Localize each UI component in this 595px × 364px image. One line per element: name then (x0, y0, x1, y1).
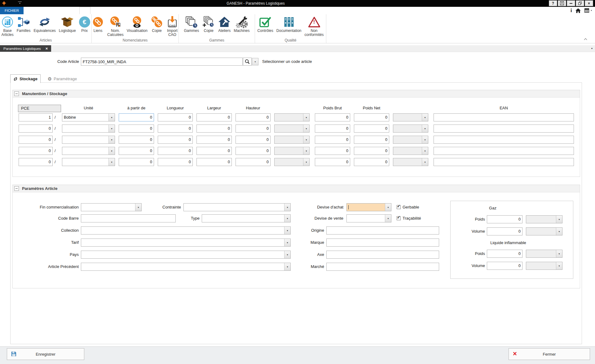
help-button[interactable]: ? (549, 0, 557, 6)
dimension-unit-input[interactable] (275, 158, 303, 166)
weight-unit-combo[interactable]: ▾ (393, 147, 428, 155)
dropdown-arrow-icon[interactable]: ▾ (556, 262, 562, 270)
tracabilite-checkbox[interactable]: ✓ (397, 216, 401, 220)
ean-input[interactable] (434, 158, 574, 166)
weight-unit-combo[interactable]: ▾ (393, 158, 428, 166)
article-precedent-input[interactable] (81, 263, 284, 270)
a-partir-de-input[interactable] (119, 147, 154, 155)
ribbon-gammes-button[interactable]: Gammes (182, 15, 201, 33)
fin-commercialisation-input[interactable] (81, 204, 135, 211)
tarif-combo[interactable]: ▾ (81, 239, 291, 247)
largeur-input[interactable] (196, 147, 232, 155)
dropdown-arrow-icon[interactable]: ▾ (108, 136, 115, 143)
minimize-button[interactable] (567, 0, 575, 6)
search-options-dropdown[interactable]: ▾ (252, 58, 258, 65)
pays-combo[interactable]: ▾ (81, 251, 291, 259)
largeur-input[interactable] (196, 113, 232, 121)
dropdown-arrow-icon[interactable]: ▾ (556, 250, 562, 257)
poids-brut-input[interactable] (315, 147, 350, 155)
largeur-input[interactable] (196, 158, 232, 166)
ribbon-equivalences-button[interactable]: Equivalences (32, 15, 57, 33)
quick-access-dropdown-icon[interactable]: ▾ (18, 2, 22, 4)
devise-achat-input[interactable] (349, 204, 385, 211)
ribbon-copie-nomenclature-button[interactable]: Copie (149, 15, 165, 33)
menu-tab[interactable] (57, 7, 68, 14)
dropdown-arrow-icon[interactable]: ▾ (385, 204, 391, 211)
weight-unit-input[interactable] (393, 136, 422, 143)
save-button[interactable]: Enregistrer (7, 348, 84, 360)
hauteur-input[interactable] (236, 113, 271, 121)
dropdown-arrow-icon[interactable]: ▾ (303, 158, 309, 166)
ribbon-logistique-button[interactable]: Logistique (57, 15, 77, 33)
longueur-input[interactable] (158, 136, 193, 144)
dimension-unit-input[interactable] (275, 114, 303, 121)
a-partir-de-input[interactable] (119, 158, 154, 166)
menu-tab[interactable] (24, 7, 35, 14)
tab-stockage[interactable]: Stockage (10, 74, 41, 83)
tab-parametrage[interactable]: ⚙ Paramétrage (41, 74, 84, 83)
devise-vente-input[interactable] (347, 215, 385, 222)
liquide-poids-input[interactable] (487, 250, 522, 258)
ribbon-documentation-button[interactable]: Documentation (275, 15, 303, 33)
article-precedent-combo[interactable]: ▾ (81, 263, 291, 271)
dropdown-arrow-icon[interactable]: ▾ (422, 147, 428, 155)
dropdown-arrow-icon[interactable]: ▾ (108, 158, 115, 166)
unit-combo[interactable]: ▾ (62, 125, 115, 133)
weight-unit-combo[interactable]: ▾ (393, 136, 428, 144)
devise-achat-combo[interactable]: ▾ (346, 203, 391, 211)
dropdown-arrow-icon[interactable]: ▾ (108, 114, 115, 121)
pce-input[interactable] (19, 113, 53, 121)
pays-input[interactable] (81, 251, 284, 258)
ribbon-import-cao-button[interactable]: CAO Import CAO (165, 15, 180, 37)
home-icon[interactable] (575, 8, 581, 13)
close-form-button[interactable]: × Fermer (509, 348, 590, 360)
unit-combo-input[interactable] (62, 158, 108, 166)
weight-unit-combo[interactable]: ▾ (393, 113, 428, 121)
ean-input[interactable] (434, 113, 574, 121)
pce-input[interactable] (19, 125, 53, 133)
unit-combo[interactable]: ▾ (62, 147, 115, 155)
menu-tab[interactable] (113, 7, 124, 14)
dimension-unit-input[interactable] (275, 147, 303, 155)
pce-input[interactable] (19, 147, 53, 155)
tab-close-icon[interactable]: × (46, 46, 48, 50)
weight-unit-input[interactable] (393, 147, 422, 155)
a-partir-de-input[interactable] (119, 113, 154, 121)
dropdown-arrow-icon[interactable]: ▾ (422, 158, 428, 166)
poids-brut-input[interactable] (315, 113, 350, 121)
marche-input[interactable] (326, 263, 439, 271)
tab-list-dropdown-icon[interactable]: ▾ (591, 47, 593, 50)
pin-button[interactable] (558, 0, 566, 6)
hauteur-input[interactable] (236, 136, 271, 144)
gaz-poids-unit-combo[interactable]: ▾ (526, 215, 562, 223)
contrainte-input[interactable] (184, 204, 284, 211)
weight-unit-combo[interactable]: ▾ (393, 125, 428, 133)
unit-combo-input[interactable] (62, 136, 108, 143)
dimension-unit-combo[interactable]: ▾ (274, 113, 310, 121)
menu-tab-fichier[interactable]: FICHIER (0, 7, 24, 14)
poids-brut-input[interactable] (315, 158, 350, 166)
dropdown-arrow-icon[interactable]: ▾ (108, 147, 115, 155)
menu-tab[interactable] (124, 7, 135, 14)
unit-combo[interactable]: ▾ (62, 158, 115, 166)
liquide-poids-unit-combo[interactable]: ▾ (526, 250, 562, 258)
ribbon-prix-button[interactable]: € Prix (77, 15, 92, 33)
longueur-input[interactable] (158, 147, 193, 155)
largeur-input[interactable] (196, 136, 232, 144)
a-partir-de-input[interactable] (119, 136, 154, 144)
type-input[interactable] (202, 215, 284, 222)
dropdown-arrow-icon[interactable]: ▾ (556, 216, 562, 223)
dropdown-arrow-icon[interactable]: ▾ (422, 136, 428, 143)
collection-input[interactable] (81, 227, 284, 234)
dropdown-arrow-icon[interactable]: ▾ (303, 114, 309, 121)
poids-net-input[interactable] (354, 136, 389, 144)
gaz-poids-unit-input[interactable] (526, 216, 556, 223)
liquide-volume-unit-input[interactable] (526, 262, 556, 270)
poids-net-input[interactable] (354, 113, 389, 121)
dimension-unit-input[interactable] (275, 136, 303, 143)
document-tab-parametres-logistiques[interactable]: Paramètres Logistiques × (0, 45, 51, 52)
unit-combo-input[interactable] (62, 125, 108, 132)
hauteur-input[interactable] (236, 158, 271, 166)
code-article-input[interactable] (81, 58, 243, 66)
collection-combo[interactable]: ▾ (81, 226, 291, 235)
